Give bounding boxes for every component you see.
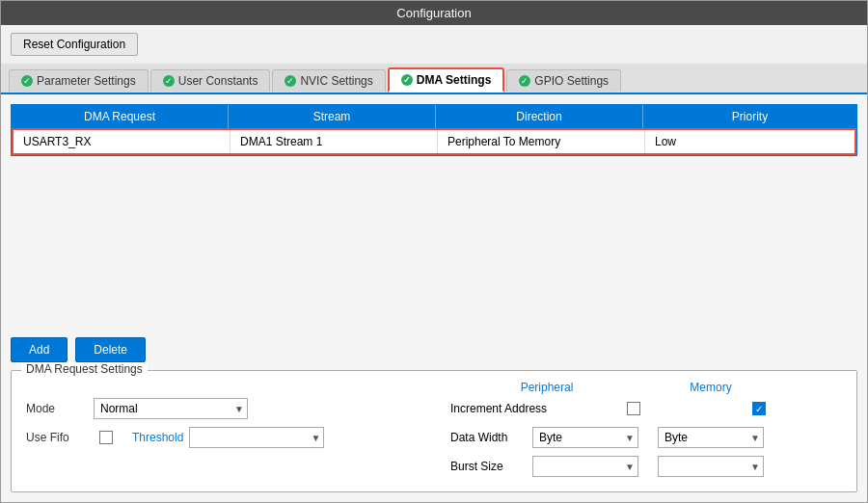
content-area: DMA Request Stream Direction Priority US… — [1, 94, 867, 502]
col-header-direction: Direction — [436, 105, 643, 128]
peripheral-column-header: Peripheral — [450, 381, 643, 394]
delete-button[interactable]: Delete — [75, 337, 146, 362]
mode-row: Mode Normal Circular Peripheral Flow Ctr… — [26, 398, 842, 419]
table-row[interactable]: USART3_RX DMA1 Stream 1 Peripheral To Me… — [12, 128, 856, 155]
window-title: Configuration — [396, 6, 471, 20]
tab-dma-icon: ✓ — [401, 74, 413, 86]
memory-data-width-wrapper: Byte Half Word Word ▼ — [658, 427, 764, 448]
col-header-stream: Stream — [229, 105, 436, 128]
tab-nvic-icon: ✓ — [285, 75, 296, 87]
tab-parameter-settings[interactable]: ✓ Parameter Settings — [9, 69, 149, 92]
tab-dma-label: DMA Settings — [417, 73, 492, 87]
tab-parameter-label: Parameter Settings — [37, 74, 136, 88]
peripheral-data-width-select[interactable]: Byte Half Word Word — [532, 427, 638, 448]
title-bar: Configuration — [1, 1, 867, 25]
memory-column-header: Memory — [643, 381, 778, 394]
memory-data-width-select[interactable]: Byte Half Word Word — [658, 427, 764, 448]
tab-nvic-settings[interactable]: ✓ NVIC Settings — [272, 69, 385, 92]
toolbar: Reset Configuration — [1, 25, 867, 64]
peripheral-data-width-wrapper: Byte Half Word Word ▼ — [532, 427, 638, 448]
threshold-select-wrapper: ▼ — [189, 427, 324, 448]
mode-select-wrapper: Normal Circular Peripheral Flow Ctrl ▼ — [94, 398, 248, 419]
use-fifo-label: Use Fifo — [26, 431, 94, 444]
memory-increment-checkbox[interactable]: ✓ — [752, 402, 766, 415]
tab-user-constants-icon: ✓ — [163, 75, 175, 87]
dma-request-settings-group: DMA Request Settings Peripheral Memory M… — [11, 370, 857, 492]
memory-burst-size-wrapper: ▼ — [658, 456, 764, 477]
tab-user-constants-label: User Constants — [178, 74, 258, 88]
cell-direction: Peripheral To Memory — [438, 130, 645, 153]
settings-group-legend: DMA Request Settings — [21, 362, 148, 376]
table-header: DMA Request Stream Direction Priority — [12, 105, 856, 128]
tab-parameter-icon: ✓ — [21, 75, 33, 87]
tab-gpio-label: GPIO Settings — [534, 74, 609, 88]
mode-select[interactable]: Normal Circular Peripheral Flow Ctrl — [94, 398, 248, 419]
dma-table: DMA Request Stream Direction Priority US… — [11, 104, 857, 156]
cell-dma-request: USART3_RX — [14, 130, 231, 153]
burst-size-row: Burst Size ▼ — [26, 456, 842, 477]
main-window: Configuration Reset Configuration ✓ Para… — [0, 0, 868, 503]
data-width-label: Data Width — [450, 431, 528, 444]
peripheral-burst-size-select[interactable] — [532, 456, 638, 477]
reset-configuration-button[interactable]: Reset Configuration — [11, 33, 138, 56]
col-header-priority: Priority — [643, 105, 856, 128]
tabs-bar: ✓ Parameter Settings ✓ User Constants ✓ … — [1, 64, 867, 94]
tab-dma-settings[interactable]: ✓ DMA Settings — [388, 67, 505, 93]
use-fifo-row: Use Fifo Threshold ▼ Data Width — [26, 427, 842, 448]
tab-gpio-settings[interactable]: ✓ GPIO Settings — [506, 69, 621, 92]
mode-label: Mode — [26, 402, 94, 415]
burst-size-label: Burst Size — [450, 460, 528, 473]
threshold-select[interactable] — [189, 427, 324, 448]
cell-stream: DMA1 Stream 1 — [231, 130, 438, 153]
col-header-dma-request: DMA Request — [12, 105, 229, 128]
threshold-label: Threshold — [132, 431, 183, 444]
column-header-row: Peripheral Memory — [26, 381, 842, 398]
add-button[interactable]: Add — [11, 337, 68, 362]
tab-nvic-label: NVIC Settings — [300, 74, 372, 88]
use-fifo-checkbox[interactable] — [99, 431, 113, 444]
memory-burst-size-select[interactable] — [658, 456, 764, 477]
peripheral-increment-checkbox[interactable] — [627, 402, 640, 415]
tab-gpio-icon: ✓ — [519, 75, 530, 87]
tab-user-constants[interactable]: ✓ User Constants — [150, 69, 271, 92]
cell-priority: Low — [645, 130, 854, 153]
peripheral-burst-size-wrapper: ▼ — [532, 456, 638, 477]
increment-address-label: Increment Address — [450, 402, 576, 415]
